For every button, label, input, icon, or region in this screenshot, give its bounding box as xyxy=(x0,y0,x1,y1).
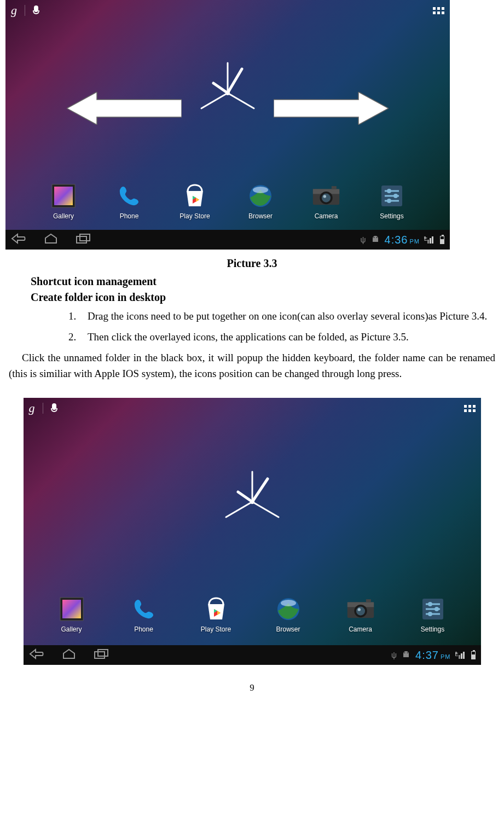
battery-icon xyxy=(440,236,444,244)
svg-rect-50 xyxy=(366,599,370,602)
svg-rect-29 xyxy=(80,234,90,241)
android-debug-icon xyxy=(370,235,380,245)
status-bar-top: g xyxy=(5,0,450,21)
app-gallery[interactable]: Gallery xyxy=(44,182,83,220)
svg-point-27 xyxy=(387,199,391,203)
app-label: Phone xyxy=(134,625,153,633)
app-label: Settings xyxy=(380,212,403,220)
heading-create-folder: Create folder icon in desktop xyxy=(31,291,499,304)
app-label: Camera xyxy=(315,212,338,220)
settings-icon xyxy=(419,595,447,623)
signal-icon: E xyxy=(455,652,467,659)
back-icon[interactable] xyxy=(11,233,26,246)
google-search-icon[interactable]: g xyxy=(11,3,17,18)
usb-icon: ψ xyxy=(391,651,397,659)
battery-icon xyxy=(471,651,476,659)
app-phone[interactable]: Phone xyxy=(124,595,164,633)
swipe-right-arrow xyxy=(274,92,389,125)
phone-icon xyxy=(115,182,143,210)
svg-rect-28 xyxy=(77,236,86,243)
analog-clock-widget[interactable] xyxy=(189,60,266,128)
app-label: Settings xyxy=(421,625,444,633)
separator xyxy=(43,403,43,414)
app-gallery[interactable]: Gallery xyxy=(52,595,91,633)
svg-point-19 xyxy=(323,195,326,198)
svg-line-33 xyxy=(252,502,279,517)
svg-line-2 xyxy=(201,93,228,108)
page-number: 9 xyxy=(5,682,499,693)
svg-point-26 xyxy=(393,194,398,198)
settings-icon xyxy=(378,182,406,210)
list-item: Drag the icons need to be put together o… xyxy=(79,309,499,323)
app-browser[interactable]: Browser xyxy=(269,595,308,633)
app-settings[interactable]: Settings xyxy=(413,595,453,633)
app-dock: Gallery Phone Play Store Browser xyxy=(5,182,450,220)
app-phone[interactable]: Phone xyxy=(109,182,149,220)
svg-line-1 xyxy=(228,93,254,108)
svg-line-35 xyxy=(252,479,268,502)
recent-apps-icon[interactable] xyxy=(76,233,91,246)
signal-icon: E xyxy=(424,236,436,244)
screenshot-picture-3-3: g xyxy=(5,0,450,250)
svg-point-60 xyxy=(404,652,405,653)
gallery-icon xyxy=(49,182,78,210)
svg-point-55 xyxy=(428,602,432,606)
svg-line-4 xyxy=(213,83,228,93)
heading-shortcut-management: Shortcut icon management xyxy=(31,275,499,288)
apps-drawer-icon[interactable] xyxy=(464,405,476,412)
apps-drawer-icon[interactable] xyxy=(433,7,444,14)
app-camera[interactable]: Camera xyxy=(341,595,380,633)
app-label: Browser xyxy=(276,625,300,633)
recent-apps-icon[interactable] xyxy=(94,648,109,662)
android-debug-icon xyxy=(401,651,411,660)
gallery-icon xyxy=(57,595,86,623)
swipe-left-arrow xyxy=(67,92,182,125)
svg-line-36 xyxy=(238,492,252,502)
svg-rect-58 xyxy=(95,652,105,658)
svg-point-48 xyxy=(356,607,364,616)
list-item: Then click the overlayed icons, the appl… xyxy=(79,330,499,344)
camera-icon xyxy=(312,182,340,210)
separator xyxy=(25,5,25,16)
app-label: Gallery xyxy=(61,625,82,633)
app-play-store[interactable]: Play Store xyxy=(175,182,215,220)
svg-point-31 xyxy=(376,237,377,238)
svg-marker-7 xyxy=(274,92,389,125)
phone-icon xyxy=(130,595,158,623)
svg-marker-6 xyxy=(67,92,182,125)
svg-point-61 xyxy=(407,652,408,653)
app-label: Play Store xyxy=(179,212,210,220)
svg-point-25 xyxy=(387,189,391,193)
home-icon[interactable] xyxy=(44,233,58,246)
app-label: Camera xyxy=(349,625,372,633)
home-icon[interactable] xyxy=(62,648,76,662)
app-browser[interactable]: Browser xyxy=(241,182,280,220)
app-settings[interactable]: Settings xyxy=(372,182,412,220)
analog-clock-widget[interactable] xyxy=(214,469,291,537)
app-camera[interactable]: Camera xyxy=(306,182,346,220)
app-label: Gallery xyxy=(53,212,74,220)
system-nav-bar: ψ 4:37PM E xyxy=(24,645,481,665)
svg-line-3 xyxy=(228,69,242,93)
paragraph: Click the unnamed folder in the black bo… xyxy=(9,350,495,381)
voice-search-icon[interactable] xyxy=(51,403,57,413)
svg-point-57 xyxy=(428,612,432,616)
voice-search-icon[interactable] xyxy=(33,5,39,15)
play-store-icon xyxy=(181,182,209,210)
svg-rect-59 xyxy=(98,650,108,656)
svg-point-49 xyxy=(357,608,360,611)
svg-point-18 xyxy=(322,194,331,202)
svg-point-30 xyxy=(373,237,374,238)
clock-time: 4:36PM xyxy=(385,234,420,246)
app-dock: Gallery Phone Play Store Browser xyxy=(24,595,481,633)
system-nav-bar: ψ 4:36PM E xyxy=(5,230,450,250)
camera-icon xyxy=(346,595,375,623)
app-label: Play Store xyxy=(201,625,231,633)
google-search-icon[interactable]: g xyxy=(29,401,35,415)
back-icon[interactable] xyxy=(29,648,44,662)
instruction-list: Drag the icons need to be put together o… xyxy=(79,309,499,344)
svg-point-5 xyxy=(225,91,230,95)
svg-point-37 xyxy=(250,500,254,504)
app-play-store[interactable]: Play Store xyxy=(196,595,236,633)
status-bar-top: g xyxy=(24,398,481,419)
